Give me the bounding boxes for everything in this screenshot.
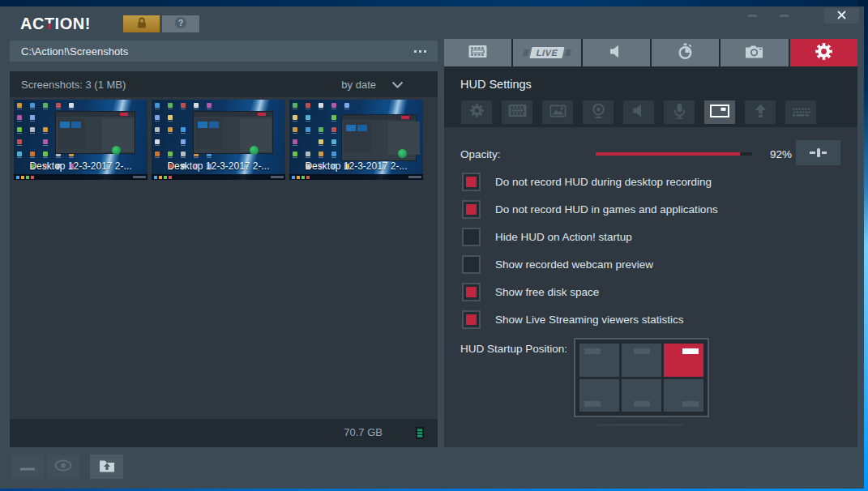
webcam-icon xyxy=(591,103,606,122)
help-button[interactable]: ? xyxy=(162,15,199,32)
checkbox-label: Hide HUD on Action! startup xyxy=(495,231,632,243)
checkbox-unchecked[interactable] xyxy=(462,228,481,246)
screenshots-icon xyxy=(745,45,763,62)
checkbox-checked[interactable] xyxy=(462,310,481,329)
opacity-adjust-button[interactable] xyxy=(796,140,840,165)
tab-settings[interactable] xyxy=(790,39,857,66)
minus-icon xyxy=(20,459,35,474)
minimize-icon[interactable] xyxy=(748,15,757,17)
disk-space-icon xyxy=(416,427,424,442)
hud-position-cell[interactable] xyxy=(579,379,619,412)
checkbox-row: Hide HUD on Action! startup xyxy=(462,228,481,246)
opacity-value: 92% xyxy=(770,148,792,160)
checkbox-unchecked[interactable] xyxy=(462,255,481,274)
monitor-stand-base xyxy=(597,424,683,426)
thumbnail-app-window xyxy=(193,111,273,154)
checkbox-checked[interactable] xyxy=(462,200,481,219)
hud-position-grid xyxy=(574,338,709,417)
benchmark-icon xyxy=(677,43,694,63)
hud-position-cell[interactable] xyxy=(622,344,661,377)
status-bar: 70.7 GB xyxy=(10,419,438,447)
settings-icon xyxy=(815,43,832,63)
chevron-down-icon[interactable] xyxy=(391,77,404,92)
live-badge-icon: LIVE xyxy=(529,47,565,58)
tab-video-recording[interactable] xyxy=(444,39,511,66)
audio-recording-icon xyxy=(609,45,623,62)
thumbnail-caption: Desktop 12-3-2017 2-... xyxy=(152,160,285,172)
checkbox-label: Show Live Streaming viewers statistics xyxy=(495,314,684,326)
image-icon xyxy=(549,105,567,121)
checkbox-row: Show free disk space xyxy=(462,283,481,301)
subtab-upload[interactable] xyxy=(745,100,776,124)
path-bar: C:\Action!\Screenshots xyxy=(10,41,438,62)
sort-by-label[interactable]: by date xyxy=(341,79,376,91)
main-tabs: LIVE xyxy=(444,39,857,66)
tab-screenshots[interactable] xyxy=(720,39,788,66)
page-title: HUD Settings xyxy=(460,78,532,91)
thumbnail-caption: Desktop 12-3-2017 2-... xyxy=(289,160,423,172)
screenshots-count: Screenshots: 3 (1 MB) xyxy=(21,79,341,91)
microphone-icon xyxy=(673,103,686,122)
checkbox-label: Do not record HUD during desktop recordi… xyxy=(495,176,712,188)
screenshots-list: Desktop 12-3-2017 2-... Desktop 12-3-201… xyxy=(10,97,438,419)
checkbox-row: Show Live Streaming viewers statistics xyxy=(462,310,481,329)
general-icon xyxy=(470,104,484,121)
slider-icon xyxy=(810,152,815,154)
settings-subtabs xyxy=(461,100,816,124)
lock-icon xyxy=(136,16,148,32)
close-button[interactable] xyxy=(824,8,859,23)
tab-benchmark[interactable] xyxy=(652,39,719,66)
question-icon: ? xyxy=(174,16,187,32)
remove-button[interactable] xyxy=(11,455,44,479)
subtab-webcam[interactable] xyxy=(583,100,614,124)
opacity-slider[interactable] xyxy=(596,152,752,156)
preview-button[interactable] xyxy=(47,455,79,479)
app-logo: ACTION! xyxy=(20,15,91,33)
hud-settings-content: Opacity: 92% Do not record HUD during de… xyxy=(444,127,857,447)
tab-audio-recording[interactable] xyxy=(583,39,650,66)
close-icon xyxy=(836,9,847,23)
checkbox-row: Do not record HUD in games and applicati… xyxy=(462,200,481,219)
thumbnail-app-window xyxy=(55,111,135,154)
keyboard-icon xyxy=(792,105,810,120)
screenshot-thumbnail[interactable]: Desktop 12-3-2017 2-... xyxy=(289,100,423,180)
hud-position-cell[interactable] xyxy=(664,379,703,412)
eye-icon xyxy=(53,459,73,475)
opacity-slider-fill xyxy=(596,152,740,156)
svg-text:?: ? xyxy=(178,17,183,27)
checkbox-label: Do not record HUD in games and applicati… xyxy=(495,203,718,216)
checkbox-checked[interactable] xyxy=(462,173,481,191)
subtab-video[interactable] xyxy=(502,100,532,124)
screenshot-thumbnail[interactable]: Desktop 12-3-2017 2-... xyxy=(152,100,285,180)
subtab-hud[interactable] xyxy=(704,100,735,124)
checkbox-row: Show recorded webcam preview xyxy=(462,255,481,274)
screenshot-thumbnail[interactable]: Desktop 12-3-2017 2-... xyxy=(14,100,148,180)
list-header: Screenshots: 3 (1 MB) by date xyxy=(10,71,438,97)
checkbox-label: Show recorded webcam preview xyxy=(495,258,653,271)
subtab-audio[interactable] xyxy=(623,100,654,124)
checkbox-row: Do not record HUD during desktop recordi… xyxy=(462,173,481,191)
action-window: ACTION! ? C:\Action!\Screenshots Screens… xyxy=(0,6,864,489)
subtab-image[interactable] xyxy=(542,100,573,124)
browse-folder-button[interactable] xyxy=(413,47,428,56)
minimize-to-tray-icon[interactable] xyxy=(780,15,789,17)
opacity-label: Opacity: xyxy=(460,148,501,160)
current-path: C:\Action!\Screenshots xyxy=(21,45,413,58)
subtab-microphone[interactable] xyxy=(664,100,695,124)
export-folder-icon xyxy=(99,459,115,476)
hud-position-cell[interactable] xyxy=(622,379,661,412)
subtab-general[interactable] xyxy=(461,100,492,124)
subtab-keyboard[interactable] xyxy=(785,100,816,124)
upload-icon xyxy=(754,103,768,122)
hud-position-cell-selected[interactable] xyxy=(664,344,703,377)
thumbnail-caption: Desktop 12-3-2017 2-... xyxy=(14,160,148,172)
tab-live-streaming[interactable]: LIVE xyxy=(513,39,580,66)
free-disk-space: 70.7 GB xyxy=(344,426,383,438)
settings-band: HUD Settings xyxy=(444,66,857,127)
checkbox-checked[interactable] xyxy=(462,283,481,301)
video-icon xyxy=(508,104,527,121)
export-button[interactable] xyxy=(90,455,123,479)
hud-icon xyxy=(710,105,729,121)
hud-position-cell[interactable] xyxy=(579,344,619,377)
lock-button[interactable] xyxy=(123,15,160,32)
